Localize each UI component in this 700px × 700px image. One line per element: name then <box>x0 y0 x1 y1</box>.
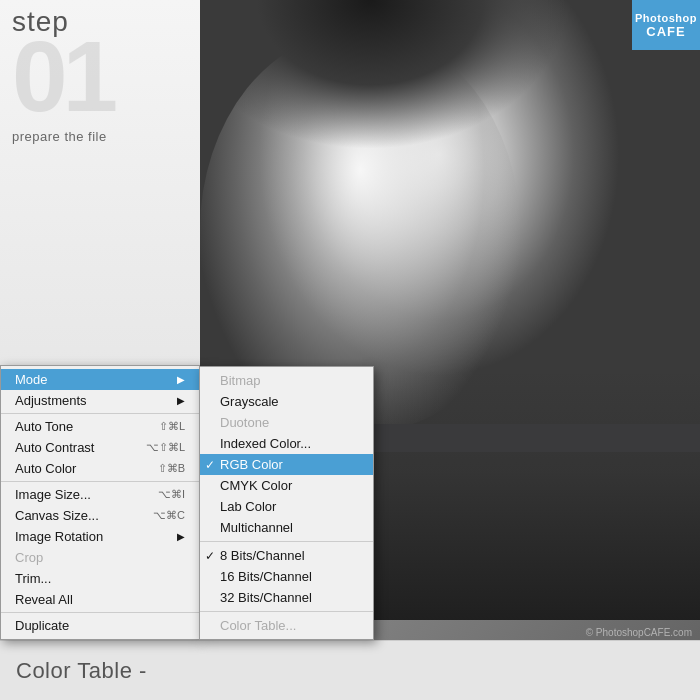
mode-submenu: Bitmap Grayscale Duotone Indexed Color..… <box>199 366 374 640</box>
ps-cafe-logo: Photoshop CAFE <box>632 0 700 50</box>
menu-adjustments[interactable]: Adjustments ▶ <box>1 390 199 411</box>
menu-trim[interactable]: Trim... <box>1 568 199 589</box>
menu-image-rotation[interactable]: Image Rotation ▶ <box>1 526 199 547</box>
submenu-color-table[interactable]: Color Table... <box>200 615 373 636</box>
menu-duplicate[interactable]: Duplicate <box>1 615 199 636</box>
menu-image-size[interactable]: Image Size... ⌥⌘I <box>1 484 199 505</box>
ps-logo-bottom: CAFE <box>646 24 685 39</box>
submenu-8bit[interactable]: ✓ 8 Bits/Channel <box>200 545 373 566</box>
watermark: © PhotoshopCAFE.com <box>586 627 692 638</box>
menu-divider-1 <box>1 413 199 414</box>
ps-logo-top: Photoshop <box>635 12 697 24</box>
color-table-bar: Color Table - <box>0 640 700 700</box>
menu-canvas-size[interactable]: Canvas Size... ⌥⌘C <box>1 505 199 526</box>
menu-mode[interactable]: Mode ▶ <box>1 369 199 390</box>
menu-divider-3 <box>1 612 199 613</box>
menu-auto-tone[interactable]: Auto Tone ⇧⌘L <box>1 416 199 437</box>
menu-reveal-all[interactable]: Reveal All <box>1 589 199 610</box>
submenu-divider-2 <box>200 611 373 612</box>
menu-auto-contrast[interactable]: Auto Contrast ⌥⇧⌘L <box>1 437 199 458</box>
submenu-grayscale[interactable]: Grayscale <box>200 391 373 412</box>
submenu-divider-1 <box>200 541 373 542</box>
menu-auto-color[interactable]: Auto Color ⇧⌘B <box>1 458 199 479</box>
menu-crop[interactable]: Crop <box>1 547 199 568</box>
submenu-lab-color[interactable]: Lab Color <box>200 496 373 517</box>
submenu-rgb-color[interactable]: ✓ RGB Color <box>200 454 373 475</box>
submenu-cmyk-color[interactable]: CMYK Color <box>200 475 373 496</box>
image-dropdown-menu: Mode ▶ Adjustments ▶ Auto Tone ⇧⌘L Auto … <box>0 365 200 640</box>
rgb-checkmark: ✓ <box>205 458 215 472</box>
submenu-32bit[interactable]: 32 Bits/Channel <box>200 587 373 608</box>
menu-divider-2 <box>1 481 199 482</box>
submenu-bitmap[interactable]: Bitmap <box>200 370 373 391</box>
step-subtitle: prepare the file <box>12 129 113 144</box>
submenu-duotone[interactable]: Duotone <box>200 412 373 433</box>
submenu-indexed-color[interactable]: Indexed Color... <box>200 433 373 454</box>
step-number: 01 <box>12 31 113 121</box>
submenu-multichannel[interactable]: Multichannel <box>200 517 373 538</box>
color-table-text: Color Table - <box>16 658 147 684</box>
step-overlay: step 01 prepare the file <box>12 8 113 144</box>
8bit-checkmark: ✓ <box>205 549 215 563</box>
submenu-16bit[interactable]: 16 Bits/Channel <box>200 566 373 587</box>
